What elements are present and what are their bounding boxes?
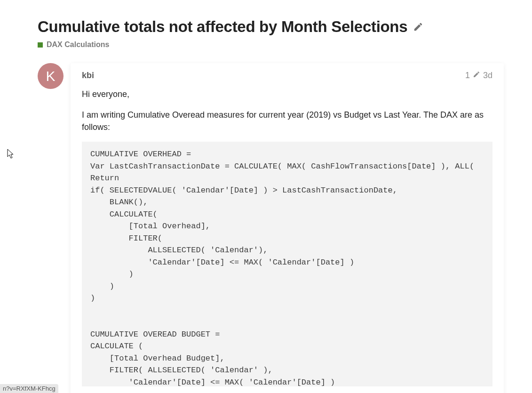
- category-color-swatch: [38, 42, 43, 48]
- category-name: DAX Calculations: [47, 40, 109, 49]
- post-author[interactable]: kbi: [82, 71, 94, 80]
- status-bar-hint: n?v=RXfXM-KFhcg: [0, 384, 58, 393]
- page-title[interactable]: Cumulative totals not affected by Month …: [38, 18, 407, 36]
- avatar-letter: K: [46, 68, 55, 84]
- edit-count[interactable]: 1: [465, 71, 470, 80]
- post-meta: 1 3d: [465, 71, 492, 80]
- post-greeting: Hi everyone,: [82, 88, 492, 100]
- post-intro: I am writing Cumulative Overead measures…: [82, 109, 492, 133]
- avatar[interactable]: K: [38, 63, 64, 89]
- pencil-icon[interactable]: [413, 22, 423, 32]
- post-card: kbi 1 3d Hi everyone, I am writing Cumul…: [71, 63, 504, 393]
- category-badge[interactable]: DAX Calculations: [38, 40, 504, 49]
- pencil-icon[interactable]: [473, 71, 480, 80]
- topic-title-row: Cumulative totals not affected by Month …: [38, 18, 504, 36]
- post-age[interactable]: 3d: [483, 71, 492, 80]
- post-body: Hi everyone, I am writing Cumulative Ove…: [82, 88, 492, 386]
- code-block[interactable]: CUMULATIVE OVERHEAD = Var LastCashTransa…: [82, 142, 492, 386]
